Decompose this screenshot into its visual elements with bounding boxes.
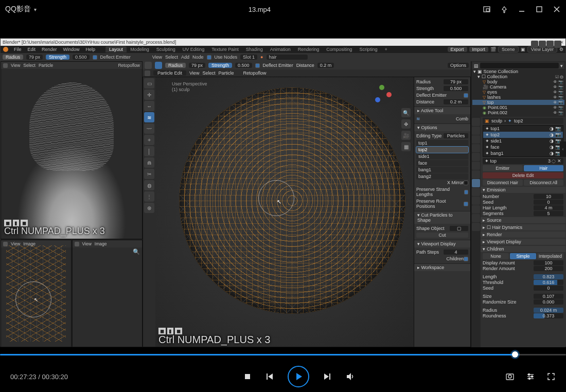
np-xmirror-check[interactable]	[464, 181, 468, 185]
menu-edit[interactable]: Edit	[25, 47, 39, 52]
tool-add-icon[interactable]: ＋	[144, 135, 154, 145]
mid-editor-type-icon[interactable]	[145, 70, 150, 76]
tool-weight-icon[interactable]: ◍	[144, 180, 154, 190]
tool-comb-icon[interactable]: ≋	[144, 112, 154, 122]
shade-render-icon[interactable]	[554, 41, 561, 48]
tab-modeling[interactable]: Modeling	[127, 46, 153, 52]
menu-render[interactable]: Render	[39, 47, 60, 52]
tab-add[interactable]: +	[381, 46, 391, 52]
shade-solid-icon[interactable]	[539, 41, 546, 48]
children-interp[interactable]: Interpolated	[537, 253, 563, 259]
nav-zoom-icon[interactable]: 🔍	[401, 108, 411, 117]
left-vp-particle[interactable]: Particle	[39, 63, 53, 68]
tool-extra1-icon[interactable]: ⋮	[144, 191, 154, 202]
settings-button[interactable]	[526, 372, 535, 381]
np-ps-top2[interactable]: top2	[416, 147, 468, 153]
strength-pill[interactable]: Strength	[46, 55, 69, 60]
psi-top1[interactable]: ✦ top1◑ 📷	[483, 126, 563, 132]
np-ps-bang1[interactable]: bang1	[416, 167, 468, 173]
mid-canvas[interactable]: User Perspective (1) sculp ↖ 🔍 ✥ 🎥	[155, 77, 414, 347]
mid-particle[interactable]: Particle	[218, 70, 234, 76]
prop-radiusc-value[interactable]: 0.024 m	[534, 308, 563, 313]
close-icon[interactable]	[553, 5, 561, 13]
left-3d-viewport[interactable]: View Select Particle Retopoflow ◼ ▮ ◼ Ct…	[1, 61, 143, 239]
proptab-scene-icon[interactable]	[472, 144, 480, 152]
left-vp-view[interactable]: View	[11, 63, 20, 68]
node-menu-node[interactable]: Node	[192, 55, 204, 60]
mid-strength-label[interactable]: Strength	[208, 63, 232, 68]
tab-rendering[interactable]: Rendering	[294, 46, 323, 52]
prop-randsize-value[interactable]: 0.000	[534, 299, 563, 305]
mid-mode-selector[interactable]: Particle Edit	[153, 70, 186, 76]
mid-brush-icon[interactable]	[155, 62, 162, 69]
mid-view[interactable]: View	[189, 70, 199, 76]
np-ps-face[interactable]: face	[416, 160, 468, 166]
prop-segments-value[interactable]: 5	[534, 211, 563, 216]
proptab-viewlayer-icon[interactable]	[472, 135, 480, 144]
np-children-check[interactable]	[464, 257, 468, 261]
sec-emission[interactable]: ▾ Emission	[481, 187, 565, 193]
ol-collection[interactable]: ▾ ☐ Collection☑ ◍	[472, 74, 564, 79]
pin-icon[interactable]	[500, 5, 508, 13]
psi-face[interactable]: ✦ face◑ 📷	[483, 144, 563, 150]
prop-seed2-value[interactable]: 0	[534, 286, 563, 291]
nav-ortho-icon[interactable]: ▦	[401, 142, 411, 151]
mid-select[interactable]: Select	[202, 70, 215, 76]
tab-shading[interactable]: Shading	[242, 46, 267, 52]
btn-disconnect-hair[interactable]: Disconnect Hair	[483, 180, 523, 186]
menu-help[interactable]: Help	[83, 47, 99, 52]
menu-file[interactable]: File	[11, 47, 25, 52]
mid-distance-value[interactable]: 0.2 m	[317, 63, 334, 68]
proptab-data-icon[interactable]	[472, 205, 480, 213]
tool-smooth-icon[interactable]: 〰	[144, 123, 154, 134]
sec-render[interactable]: ▸ Render	[481, 231, 565, 238]
tab-scripting[interactable]: Scripting	[356, 46, 381, 52]
proptab-world-icon[interactable]	[472, 153, 480, 161]
np-ps-side1[interactable]: side1	[416, 153, 468, 159]
psi-bang1[interactable]: ✦ bang1◑ 📷	[483, 150, 563, 156]
progress-thumb[interactable]	[512, 351, 518, 358]
proptab-render-icon[interactable]	[472, 118, 480, 126]
np-workspace-hdr[interactable]: ▸ Workspace	[414, 263, 470, 271]
tab-uv[interactable]: UV Editing	[179, 46, 208, 52]
sec-vpdisplay[interactable]: ▸ Viewport Display	[481, 239, 565, 245]
btn-hair[interactable]: Hair	[524, 165, 564, 171]
app-menu-chevron-icon[interactable]: ▾	[34, 7, 37, 12]
ol-top[interactable]: ▽ top👁 📷	[472, 100, 564, 105]
proptab-constraint-icon[interactable]	[472, 197, 480, 205]
sec-hairdynamics[interactable]: ▸ ☐ Hair Dynamics	[481, 224, 565, 230]
prop-hairlength-value[interactable]: 4 m	[534, 205, 563, 210]
slot-selector[interactable]: Slot 1	[240, 55, 257, 60]
left-vp-retopo[interactable]: Retopoflow	[118, 63, 140, 68]
np-vpdisplay-hdr[interactable]: ▾ Viewport Display	[414, 240, 470, 247]
fullscreen-button[interactable]	[546, 372, 556, 381]
psi-side1[interactable]: ✦ side1◑ 📷	[483, 138, 563, 144]
np-ps-top1[interactable]: top1	[416, 140, 468, 146]
shade-matprev-icon[interactable]	[546, 41, 554, 48]
outliner-search[interactable]	[480, 63, 559, 68]
nav-gizmo[interactable]	[370, 83, 393, 106]
proptab-physics-icon[interactable]	[472, 188, 480, 196]
nav-camera-icon[interactable]: 🎥	[401, 131, 411, 140]
prop-threshold-value[interactable]: 0.616	[534, 280, 563, 285]
radius-pill[interactable]: Radius	[3, 55, 23, 60]
outliner-filter-icon[interactable]: ▾	[560, 63, 563, 68]
imged-b-image[interactable]: Image	[95, 241, 107, 246]
proptab-texture-icon[interactable]	[472, 223, 480, 231]
sec-children[interactable]: ▾ Children	[481, 246, 565, 252]
minimize-icon[interactable]	[518, 5, 526, 13]
prop-roundness-value[interactable]: 0.373	[534, 313, 563, 318]
left-vp-editor-icon[interactable]	[3, 63, 8, 68]
maximize-icon[interactable]	[535, 5, 543, 13]
strength-value[interactable]: 0.500	[73, 55, 90, 60]
btn-disconnect-all[interactable]: Disconnect All	[524, 180, 564, 186]
np-cut-hdr[interactable]: ▾ Cut Particles to Shape	[414, 211, 470, 224]
mid-radius-value[interactable]: 79 px	[189, 63, 205, 68]
tab-texpaint[interactable]: Texture Paint	[208, 46, 242, 52]
image-editor-a[interactable]: View Image ↖	[1, 240, 72, 347]
ol-scene-collection[interactable]: ▾ ▣ Scene Collection	[472, 69, 564, 74]
outliner-type-icon[interactable]: ▤	[474, 63, 479, 68]
np-preserve-length-check[interactable]	[464, 190, 469, 194]
scene-selector[interactable]: Scene	[498, 46, 519, 52]
prop-dispamt-value[interactable]: 100	[534, 260, 563, 265]
